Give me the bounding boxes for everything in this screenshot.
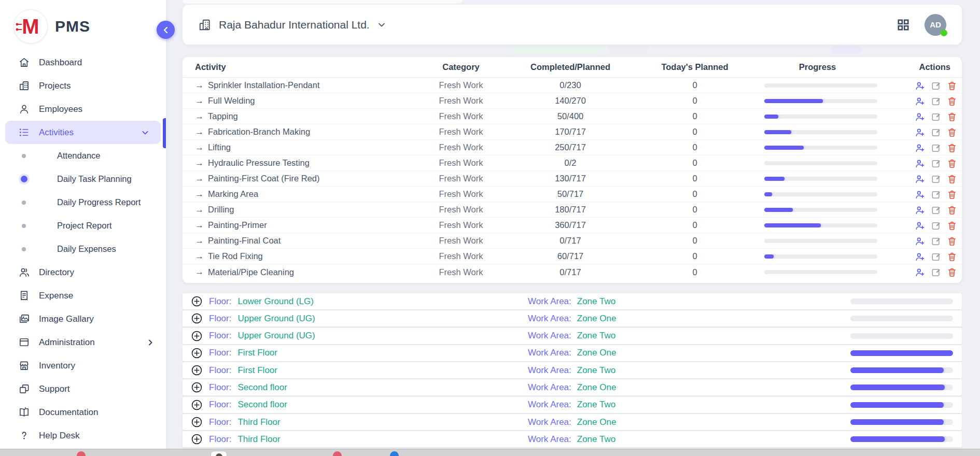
expand-plus-icon[interactable] bbox=[191, 312, 203, 324]
company-selector[interactable]: Raja Bahadur International Ltd. bbox=[198, 18, 386, 32]
sidebar-item-documentation[interactable]: Documentation bbox=[0, 401, 166, 424]
category-cell: Fresh Work bbox=[407, 158, 515, 168]
delete-button[interactable] bbox=[947, 127, 957, 137]
delete-button[interactable] bbox=[947, 236, 957, 246]
progress-bar bbox=[764, 177, 877, 181]
delete-button[interactable] bbox=[947, 189, 957, 200]
sidebar-subitem-daily-expenses[interactable]: Daily Expenses bbox=[0, 237, 166, 261]
sidebar-item-employees[interactable]: Employees bbox=[0, 97, 166, 121]
delete-button[interactable] bbox=[947, 142, 957, 153]
edit-button[interactable] bbox=[931, 127, 941, 137]
sidebar-item-image-gallary[interactable]: Image Gallary bbox=[0, 307, 166, 331]
assign-user-button[interactable] bbox=[915, 174, 925, 184]
sidebar-subitem-daily-task-planning[interactable]: Daily Task Planning bbox=[0, 167, 166, 191]
activity-row: →Sprinkler Installation-PendantFresh Wor… bbox=[183, 78, 962, 93]
edit-button[interactable] bbox=[931, 158, 941, 168]
floor-row[interactable]: Floor:Lower Ground (LG)Work Area:Zone Tw… bbox=[183, 293, 962, 309]
edit-button[interactable] bbox=[931, 111, 941, 122]
expand-plus-icon[interactable] bbox=[191, 364, 203, 376]
edit-button[interactable] bbox=[931, 96, 941, 106]
sidebar-item-support[interactable]: Support bbox=[0, 377, 166, 401]
floor-row[interactable]: Floor:First FloorWork Area:Zone Two bbox=[183, 362, 962, 378]
dock-app-icon[interactable] bbox=[390, 451, 399, 456]
assign-user-button[interactable] bbox=[915, 205, 925, 215]
delete-button[interactable] bbox=[947, 174, 957, 184]
assign-user-button[interactable] bbox=[915, 142, 925, 153]
sidebar-item-expense[interactable]: Expense bbox=[0, 284, 166, 307]
assign-user-button[interactable] bbox=[915, 220, 925, 231]
assign-user-button[interactable] bbox=[915, 96, 925, 106]
floor-progress-fill bbox=[850, 350, 953, 356]
work-area-group: Work Area:Zone One bbox=[528, 314, 616, 324]
work-area-label: Work Area: bbox=[528, 296, 571, 307]
actions-cell bbox=[877, 205, 969, 215]
expand-plus-icon[interactable] bbox=[191, 416, 203, 428]
floor-row[interactable]: Floor:Second floorWork Area:Zone One bbox=[183, 379, 962, 395]
sidebar-item-administration[interactable]: Administration bbox=[0, 331, 166, 354]
sidebar-item-label: Help Desk bbox=[39, 431, 79, 441]
sidebar-item-projects[interactable]: Projects bbox=[0, 74, 166, 97]
delete-button[interactable] bbox=[947, 251, 957, 262]
expand-plus-icon[interactable] bbox=[191, 399, 203, 411]
floor-progress-bar bbox=[850, 436, 953, 442]
arrow-right-icon: → bbox=[195, 80, 204, 91]
activity-row: →TappingFresh Work50/4000 bbox=[183, 109, 962, 124]
dock-app-icon[interactable] bbox=[77, 451, 86, 456]
edit-button[interactable] bbox=[931, 189, 941, 200]
delete-button[interactable] bbox=[947, 267, 957, 277]
edit-button[interactable] bbox=[931, 236, 941, 246]
sidebar-collapse-button[interactable] bbox=[157, 21, 175, 39]
sidebar-subitem-daily-progress-report[interactable]: Daily Progress Report bbox=[0, 191, 166, 214]
delete-button[interactable] bbox=[947, 205, 957, 215]
floor-row[interactable]: Floor:Third FloorWork Area:Zone Two bbox=[183, 431, 962, 447]
assign-user-button[interactable] bbox=[915, 127, 925, 137]
dock-window-icon[interactable] bbox=[211, 451, 227, 456]
floor-row[interactable]: Floor:Third FloorWork Area:Zone One bbox=[183, 414, 962, 430]
assign-user-button[interactable] bbox=[915, 158, 925, 168]
expand-plus-icon[interactable] bbox=[191, 433, 203, 445]
expand-plus-icon[interactable] bbox=[191, 347, 203, 359]
floor-row[interactable]: Floor:Second floorWork Area:Zone Two bbox=[183, 397, 962, 413]
expand-plus-icon[interactable] bbox=[191, 330, 203, 342]
sidebar-subitem-project-report[interactable]: Project Report bbox=[0, 214, 166, 237]
assign-user-button[interactable] bbox=[915, 80, 925, 91]
sidebar-item-dashboard[interactable]: Dashboard bbox=[0, 51, 166, 74]
sidebar-item-directory[interactable]: Directory bbox=[0, 261, 166, 284]
assign-user-button[interactable] bbox=[915, 236, 925, 246]
edit-button[interactable] bbox=[931, 80, 941, 91]
assign-user-button[interactable] bbox=[915, 189, 925, 200]
assign-user-button[interactable] bbox=[915, 251, 925, 262]
sidebar-item-activities[interactable]: Activities bbox=[5, 121, 161, 144]
edit-button[interactable] bbox=[931, 205, 941, 215]
delete-button[interactable] bbox=[947, 111, 957, 122]
edit-button[interactable] bbox=[931, 267, 941, 277]
assign-user-button[interactable] bbox=[915, 111, 925, 122]
sidebar-subitem-attendance[interactable]: Attendance bbox=[0, 144, 166, 167]
sidebar-item-inventory[interactable]: Inventory bbox=[0, 354, 166, 377]
delete-button[interactable] bbox=[947, 80, 957, 91]
delete-button[interactable] bbox=[947, 158, 957, 168]
floor-row[interactable]: Floor:First FloorWork Area:Zone One bbox=[183, 345, 962, 361]
arrow-right-icon: → bbox=[195, 251, 204, 262]
edit-button[interactable] bbox=[931, 174, 941, 184]
expand-plus-icon[interactable] bbox=[191, 381, 203, 393]
expand-plus-icon[interactable] bbox=[191, 295, 203, 307]
activity-name-cell: →Painting-Final Coat bbox=[183, 236, 407, 246]
sidebar-item-help-desk[interactable]: Help Desk bbox=[0, 424, 166, 447]
chevron-down-icon bbox=[141, 129, 149, 137]
edit-button[interactable] bbox=[931, 142, 941, 153]
dock-app-icon[interactable] bbox=[333, 451, 342, 456]
assign-user-button[interactable] bbox=[915, 267, 925, 277]
work-area-label: Work Area: bbox=[528, 400, 571, 410]
column-header-category: Category bbox=[407, 62, 515, 72]
edit-button[interactable] bbox=[931, 251, 941, 262]
delete-button[interactable] bbox=[947, 96, 957, 106]
floor-row[interactable]: Floor:Upper Ground (UG)Work Area:Zone On… bbox=[183, 310, 962, 326]
apps-grid-icon[interactable] bbox=[897, 18, 910, 32]
delete-button[interactable] bbox=[947, 220, 957, 231]
edit-button[interactable] bbox=[931, 220, 941, 231]
progress-cell bbox=[764, 115, 877, 119]
floor-row[interactable]: Floor:Upper Ground (UG)Work Area:Zone Tw… bbox=[183, 328, 962, 344]
user-avatar[interactable]: AD bbox=[925, 14, 946, 36]
progress-cell bbox=[764, 208, 877, 212]
